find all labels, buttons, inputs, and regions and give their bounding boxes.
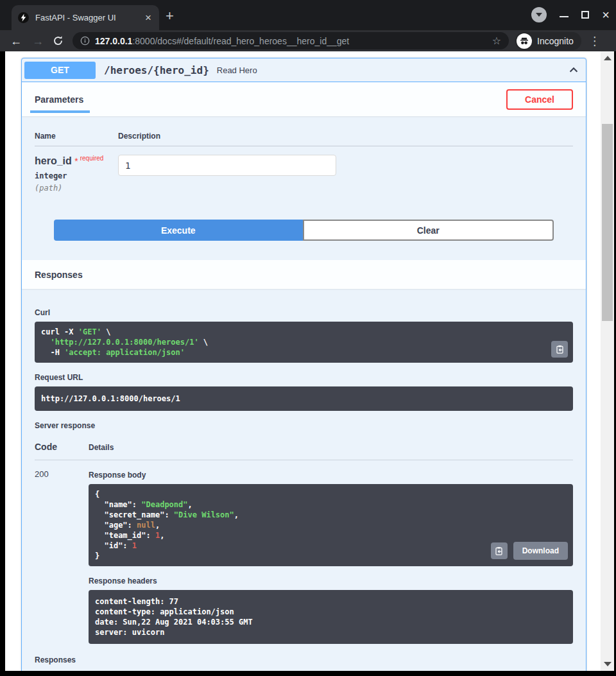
url-path: :8000/docs#/default/read_hero_heroes__he… (132, 36, 349, 46)
json-key: "id" (104, 541, 123, 550)
close-window-button[interactable]: × (602, 8, 610, 21)
response-headers-label: Response headers (89, 576, 573, 585)
forward-button[interactable]: → (32, 35, 44, 47)
execute-button[interactable]: Execute (54, 220, 303, 241)
json-colon: : (132, 500, 141, 509)
method-badge: GET (24, 62, 96, 79)
json-null-value: null (137, 521, 155, 530)
fastapi-favicon-icon (18, 12, 29, 23)
json-key: "name" (104, 500, 132, 509)
response-headers-block: content-length: 77 content-type: applica… (89, 590, 573, 644)
address-bar[interactable]: 127.0.0.1:8000/docs#/default/read_hero_h… (73, 32, 509, 49)
request-url-label: Request URL (35, 373, 573, 382)
header-line: content-length: 77 (95, 597, 178, 606)
tab-strip: FastAPI - Swagger UI × + × (0, 0, 616, 30)
parameters-table: Name Description hero_id *required integ… (22, 116, 586, 260)
json-colon: : (123, 541, 132, 550)
copy-curl-button[interactable] (551, 341, 568, 358)
details-column-header: Details (89, 443, 114, 452)
reload-button[interactable] (53, 35, 64, 46)
window-controls: × (531, 7, 610, 22)
opblock-get-heroes: GET /heroes/{hero_id} Read Hero Paramete… (21, 58, 586, 671)
live-response-row: 200 Response body { "name": "Deadpond", … (35, 460, 573, 644)
live-response-head: Code Details (35, 442, 573, 460)
header-line: date: Sun,22 Aug 2021 04:03:55 GMT (95, 618, 253, 627)
required-label: required (80, 155, 104, 162)
browser-tab[interactable]: FastAPI - Swagger UI × (12, 5, 159, 30)
header-line: content-type: application/json (95, 607, 234, 616)
new-tab-button[interactable]: + (166, 9, 174, 23)
maximize-button[interactable] (581, 11, 589, 19)
json-colon: : (146, 531, 155, 540)
curl-label: Curl (35, 308, 573, 317)
curl-url: 'http://127.0.0.1:8000/heroes/1' (41, 338, 199, 347)
incognito-badge[interactable]: Incognito (515, 32, 581, 50)
json-colon: : (164, 510, 173, 519)
description-column-header: Description (118, 132, 160, 141)
endpoint-path: /heroes/{hero_id} (104, 64, 209, 76)
response-body-block: { "name": "Deadpond", "secret_name": "Di… (89, 484, 573, 566)
curl-command-block: curl -X 'GET' \ 'http://127.0.0.1:8000/h… (35, 322, 573, 363)
curl-accept: 'accept: application/json' (64, 348, 185, 357)
json-comma: , (188, 500, 193, 509)
response-details: Response body { "name": "Deadpond", "sec… (89, 469, 573, 644)
endpoint-summary: Read Hero (217, 65, 257, 75)
page-scrollbar[interactable] (601, 51, 614, 671)
parameters-table-head: Name Description (35, 132, 573, 146)
bookmark-star-icon[interactable]: ☆ (492, 35, 501, 47)
browser-toolbar: ← → 127.0.0.1:8000/docs#/default/read_he… (0, 30, 616, 51)
back-button[interactable]: ← (10, 35, 22, 47)
required-asterisk: * (74, 156, 78, 166)
cancel-button[interactable]: Cancel (506, 89, 573, 110)
execute-row: Execute Clear (35, 220, 573, 260)
curl-cmd: curl -X (41, 327, 78, 336)
scroll-down-arrow[interactable] (604, 662, 612, 666)
json-key: "secret_name" (104, 510, 164, 519)
responses-title: Responses (35, 270, 83, 280)
tab-parameters[interactable]: Parameters (35, 94, 83, 105)
curl-bs1: \ (101, 327, 110, 336)
parameters-header-row: Parameters Cancel (22, 82, 586, 116)
json-close: } (95, 551, 99, 560)
caret-down-icon (536, 13, 542, 17)
parameter-row-hero-id: hero_id *required integer (path) (35, 146, 573, 220)
parameter-name: hero_id (35, 155, 72, 166)
json-open: { (95, 490, 99, 499)
name-column-header: Name (35, 132, 118, 141)
header-line: server: uvicorn (95, 628, 164, 637)
curl-method: 'GET' (78, 327, 101, 336)
scrollbar-thumb[interactable] (602, 124, 613, 321)
url-host: 127.0.0.1 (95, 36, 132, 46)
responses-section-header: Responses (22, 260, 586, 289)
incognito-label: Incognito (537, 36, 574, 46)
json-comma: , (234, 510, 239, 519)
parameter-type: integer (35, 171, 118, 180)
window-menu-button[interactable] (531, 7, 547, 22)
browser-menu-icon[interactable]: ⋮ (589, 34, 601, 48)
collapse-chevron-icon[interactable] (568, 64, 579, 76)
opblock-summary[interactable]: GET /heroes/{hero_id} Read Hero (22, 58, 586, 82)
clear-button[interactable]: Clear (303, 220, 554, 241)
live-response-table: Code Details 200 Response body { "name":… (35, 442, 573, 644)
status-code: 200 (35, 469, 89, 644)
request-url-value: http://127.0.0.1:8000/heroes/1 (41, 394, 180, 403)
page-content: GET /heroes/{hero_id} Read Hero Paramete… (5, 51, 601, 671)
scroll-up-arrow[interactable] (604, 56, 612, 60)
json-number-value: 1 (132, 541, 137, 550)
response-body-label: Response body (89, 471, 573, 480)
parameter-meta: hero_id *required integer (path) (35, 155, 118, 193)
server-response-label: Server response (35, 421, 573, 430)
request-url-block: http://127.0.0.1:8000/heroes/1 (35, 386, 573, 411)
parameter-value-cell (118, 155, 336, 193)
copy-response-button[interactable] (491, 542, 508, 559)
minimize-button[interactable] (560, 16, 569, 17)
json-string-value: "Deadpond" (141, 500, 187, 509)
tab-title: FastAPI - Swagger UI (35, 13, 144, 22)
hero-id-input[interactable] (118, 155, 336, 176)
site-info-icon[interactable] (80, 36, 90, 46)
documented-responses-label: Responses (35, 655, 573, 664)
json-comma: , (155, 521, 160, 530)
download-button[interactable]: Download (513, 542, 568, 560)
code-column-header: Code (35, 442, 89, 452)
tab-close-icon[interactable]: × (144, 12, 153, 23)
